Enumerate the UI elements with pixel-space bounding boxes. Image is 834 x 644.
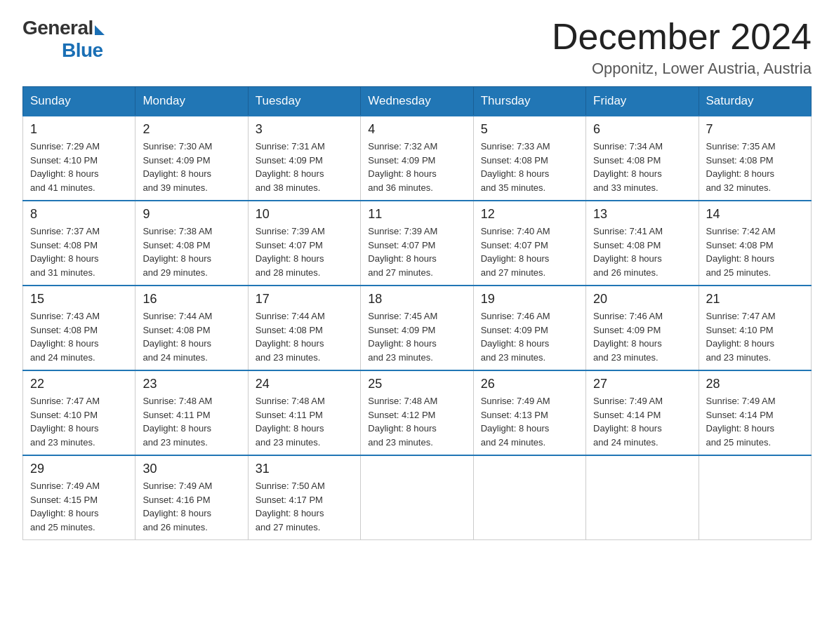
- calendar-cell: 29Sunrise: 7:49 AMSunset: 4:15 PMDayligh…: [23, 455, 135, 540]
- calendar-header-wednesday: Wednesday: [361, 87, 473, 116]
- calendar-cell: 22Sunrise: 7:47 AMSunset: 4:10 PMDayligh…: [23, 370, 135, 455]
- day-number: 9: [143, 207, 240, 222]
- day-number: 16: [143, 292, 240, 307]
- day-number: 22: [30, 377, 128, 391]
- logo-arrow-icon: [95, 25, 105, 35]
- day-info: Sunrise: 7:39 AMSunset: 4:07 PMDaylight:…: [256, 224, 353, 279]
- calendar-week-2: 8Sunrise: 7:37 AMSunset: 4:08 PMDaylight…: [23, 201, 812, 286]
- day-number: 12: [481, 207, 578, 222]
- day-number: 19: [481, 292, 578, 307]
- day-info: Sunrise: 7:44 AMSunset: 4:08 PMDaylight:…: [256, 309, 353, 364]
- calendar-cell: 2Sunrise: 7:30 AMSunset: 4:09 PMDaylight…: [135, 116, 248, 201]
- day-info: Sunrise: 7:48 AMSunset: 4:11 PMDaylight:…: [256, 394, 353, 449]
- day-info: Sunrise: 7:48 AMSunset: 4:11 PMDaylight:…: [143, 394, 240, 449]
- day-number: 27: [593, 377, 691, 391]
- logo: General Blue: [22, 17, 105, 62]
- logo-general-text: General: [22, 17, 93, 39]
- day-info: Sunrise: 7:40 AMSunset: 4:07 PMDaylight:…: [481, 224, 578, 279]
- calendar-cell: 30Sunrise: 7:49 AMSunset: 4:16 PMDayligh…: [135, 455, 248, 540]
- calendar-cell: 17Sunrise: 7:44 AMSunset: 4:08 PMDayligh…: [248, 286, 360, 370]
- calendar-cell: 14Sunrise: 7:42 AMSunset: 4:08 PMDayligh…: [699, 201, 811, 286]
- day-info: Sunrise: 7:35 AMSunset: 4:08 PMDaylight:…: [706, 140, 804, 194]
- day-info: Sunrise: 7:39 AMSunset: 4:07 PMDaylight:…: [368, 224, 465, 279]
- calendar-cell: 8Sunrise: 7:37 AMSunset: 4:08 PMDaylight…: [23, 201, 135, 286]
- day-info: Sunrise: 7:31 AMSunset: 4:09 PMDaylight:…: [256, 140, 353, 194]
- calendar-header-friday: Friday: [586, 87, 699, 116]
- calendar-week-4: 22Sunrise: 7:47 AMSunset: 4:10 PMDayligh…: [23, 370, 812, 455]
- day-info: Sunrise: 7:48 AMSunset: 4:12 PMDaylight:…: [368, 394, 465, 449]
- calendar-cell: 19Sunrise: 7:46 AMSunset: 4:09 PMDayligh…: [473, 286, 585, 370]
- calendar-cell: 23Sunrise: 7:48 AMSunset: 4:11 PMDayligh…: [135, 370, 248, 455]
- page-header: General Blue December 2024 Opponitz, Low…: [22, 17, 812, 78]
- calendar-cell: 12Sunrise: 7:40 AMSunset: 4:07 PMDayligh…: [473, 201, 585, 286]
- day-info: Sunrise: 7:44 AMSunset: 4:08 PMDaylight:…: [143, 309, 240, 364]
- day-info: Sunrise: 7:37 AMSunset: 4:08 PMDaylight:…: [30, 224, 128, 279]
- day-number: 28: [706, 377, 804, 391]
- day-info: Sunrise: 7:47 AMSunset: 4:10 PMDaylight:…: [30, 394, 128, 449]
- day-number: 8: [30, 207, 128, 222]
- calendar-cell: 3Sunrise: 7:31 AMSunset: 4:09 PMDaylight…: [248, 116, 360, 201]
- day-number: 4: [368, 122, 465, 137]
- day-number: 17: [256, 292, 353, 307]
- day-number: 5: [481, 122, 578, 137]
- day-info: Sunrise: 7:32 AMSunset: 4:09 PMDaylight:…: [368, 140, 465, 194]
- calendar-header-tuesday: Tuesday: [248, 87, 360, 116]
- calendar-cell: 13Sunrise: 7:41 AMSunset: 4:08 PMDayligh…: [586, 201, 699, 286]
- day-number: 20: [593, 292, 691, 307]
- calendar-cell: [586, 455, 699, 540]
- title-block: December 2024 Opponitz, Lower Austria, A…: [552, 17, 812, 78]
- calendar-cell: 28Sunrise: 7:49 AMSunset: 4:14 PMDayligh…: [699, 370, 811, 455]
- calendar-cell: 26Sunrise: 7:49 AMSunset: 4:13 PMDayligh…: [473, 370, 585, 455]
- calendar-header-sunday: Sunday: [23, 87, 135, 116]
- calendar-cell: 6Sunrise: 7:34 AMSunset: 4:08 PMDaylight…: [586, 116, 699, 201]
- calendar-cell: [699, 455, 811, 540]
- day-info: Sunrise: 7:49 AMSunset: 4:16 PMDaylight:…: [143, 479, 240, 534]
- day-number: 31: [256, 462, 353, 476]
- calendar-week-3: 15Sunrise: 7:43 AMSunset: 4:08 PMDayligh…: [23, 286, 812, 370]
- day-info: Sunrise: 7:49 AMSunset: 4:14 PMDaylight:…: [593, 394, 691, 449]
- calendar-table: SundayMondayTuesdayWednesdayThursdayFrid…: [22, 86, 812, 540]
- day-info: Sunrise: 7:46 AMSunset: 4:09 PMDaylight:…: [593, 309, 691, 364]
- calendar-cell: 25Sunrise: 7:48 AMSunset: 4:12 PMDayligh…: [361, 370, 473, 455]
- calendar-header-row: SundayMondayTuesdayWednesdayThursdayFrid…: [23, 87, 812, 116]
- day-info: Sunrise: 7:30 AMSunset: 4:09 PMDaylight:…: [143, 140, 240, 194]
- day-info: Sunrise: 7:43 AMSunset: 4:08 PMDaylight:…: [30, 309, 128, 364]
- day-number: 24: [256, 377, 353, 391]
- day-info: Sunrise: 7:34 AMSunset: 4:08 PMDaylight:…: [593, 140, 691, 194]
- calendar-cell: [473, 455, 585, 540]
- calendar-cell: 4Sunrise: 7:32 AMSunset: 4:09 PMDaylight…: [361, 116, 473, 201]
- calendar-week-1: 1Sunrise: 7:29 AMSunset: 4:10 PMDaylight…: [23, 116, 812, 201]
- day-number: 2: [143, 122, 240, 137]
- day-info: Sunrise: 7:38 AMSunset: 4:08 PMDaylight:…: [143, 224, 240, 279]
- day-info: Sunrise: 7:33 AMSunset: 4:08 PMDaylight:…: [481, 140, 578, 194]
- day-number: 26: [481, 377, 578, 391]
- day-info: Sunrise: 7:49 AMSunset: 4:13 PMDaylight:…: [481, 394, 578, 449]
- day-number: 18: [368, 292, 465, 307]
- day-number: 6: [593, 122, 691, 137]
- calendar-cell: 20Sunrise: 7:46 AMSunset: 4:09 PMDayligh…: [586, 286, 699, 370]
- calendar-cell: [361, 455, 473, 540]
- calendar-week-5: 29Sunrise: 7:49 AMSunset: 4:15 PMDayligh…: [23, 455, 812, 540]
- day-info: Sunrise: 7:49 AMSunset: 4:15 PMDaylight:…: [30, 479, 128, 534]
- day-number: 7: [706, 122, 804, 137]
- day-number: 3: [256, 122, 353, 137]
- calendar-header-monday: Monday: [135, 87, 248, 116]
- calendar-cell: 16Sunrise: 7:44 AMSunset: 4:08 PMDayligh…: [135, 286, 248, 370]
- day-number: 23: [143, 377, 240, 391]
- day-info: Sunrise: 7:47 AMSunset: 4:10 PMDaylight:…: [706, 309, 804, 364]
- calendar-cell: 18Sunrise: 7:45 AMSunset: 4:09 PMDayligh…: [361, 286, 473, 370]
- day-number: 25: [368, 377, 465, 391]
- day-number: 10: [256, 207, 353, 222]
- subtitle: Opponitz, Lower Austria, Austria: [552, 60, 812, 78]
- calendar-cell: 27Sunrise: 7:49 AMSunset: 4:14 PMDayligh…: [586, 370, 699, 455]
- calendar-header-thursday: Thursday: [473, 87, 585, 116]
- day-info: Sunrise: 7:49 AMSunset: 4:14 PMDaylight:…: [706, 394, 804, 449]
- calendar-header-saturday: Saturday: [699, 87, 811, 116]
- day-info: Sunrise: 7:42 AMSunset: 4:08 PMDaylight:…: [706, 224, 804, 279]
- calendar-cell: 24Sunrise: 7:48 AMSunset: 4:11 PMDayligh…: [248, 370, 360, 455]
- day-number: 15: [30, 292, 128, 307]
- logo-blue-text: Blue: [62, 39, 103, 62]
- calendar-cell: 9Sunrise: 7:38 AMSunset: 4:08 PMDaylight…: [135, 201, 248, 286]
- day-info: Sunrise: 7:41 AMSunset: 4:08 PMDaylight:…: [593, 224, 691, 279]
- day-number: 21: [706, 292, 804, 307]
